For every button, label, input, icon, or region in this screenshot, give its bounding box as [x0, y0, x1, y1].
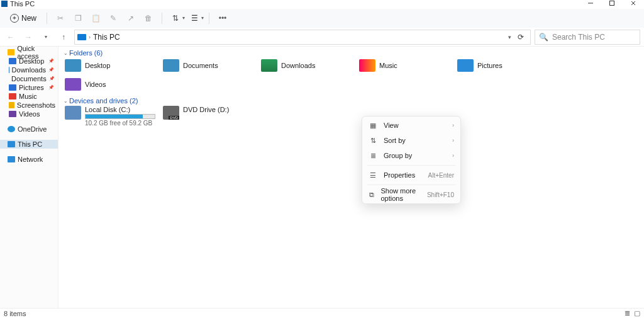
copy-icon[interactable]: ❐ — [70, 10, 86, 26]
address-bar[interactable]: › This PC ▾ ⟳ — [74, 30, 531, 45]
videos-icon — [9, 111, 16, 117]
shortcut-label: Alt+Enter — [428, 172, 454, 179]
recent-dropdown[interactable]: ▾ — [39, 30, 53, 44]
address-location: This PC — [93, 33, 120, 42]
sort-icon: ⇅ — [369, 136, 377, 145]
refresh-button[interactable]: ⟳ — [514, 33, 528, 42]
sidebar-thispc[interactable]: This PC — [0, 140, 58, 149]
folder-icon — [9, 102, 14, 108]
chevron-right-icon: › — [452, 122, 454, 128]
folder-desktop[interactable]: Desktop — [65, 58, 159, 73]
drive-name: DVD Drive (D:) — [183, 106, 229, 113]
pin-icon: 📌 — [48, 59, 55, 64]
ctx-properties[interactable]: ☰PropertiesAlt+Enter — [362, 168, 460, 183]
ctx-sort[interactable]: ⇅Sort by› — [362, 133, 460, 148]
desktop-icon — [9, 58, 16, 64]
pc-icon — [8, 141, 15, 147]
folder-videos[interactable]: Videos — [65, 77, 159, 92]
sidebar-quick-access[interactable]: Quick access — [0, 48, 58, 57]
folder-pictures[interactable]: Pictures — [457, 58, 552, 73]
folders-grid: Desktop Documents Downloads Music Pictur… — [58, 58, 644, 96]
sidebar-item-videos[interactable]: Videos — [0, 110, 58, 118]
chevron-right-icon: › — [452, 152, 454, 159]
up-button[interactable]: ↑ — [57, 30, 70, 44]
title-bar: This PC — [0, 0, 644, 9]
drives-grid: Local Disk (C:) 10.2 GB free of 59.2 GB … — [58, 106, 644, 127]
network-icon — [8, 156, 15, 162]
disk-icon — [65, 106, 81, 120]
chevron-down-icon: ⌄ — [64, 98, 68, 104]
pictures-icon — [9, 84, 16, 91]
folder-downloads[interactable]: Downloads — [261, 58, 355, 73]
ctx-group[interactable]: ≣Group by› — [362, 148, 460, 163]
separator — [209, 13, 209, 24]
new-label: New — [21, 14, 36, 23]
onedrive-icon — [8, 126, 15, 132]
separator — [47, 13, 47, 24]
separator — [367, 165, 455, 166]
search-placeholder: Search This PC — [552, 33, 605, 42]
window-controls — [580, 0, 644, 9]
sidebar-network[interactable]: Network — [0, 155, 58, 164]
sidebar-item-documents[interactable]: Documents📌 — [0, 74, 58, 83]
ctx-view[interactable]: ▦View› — [362, 118, 460, 133]
capacity-bar — [85, 114, 155, 119]
search-input[interactable]: 🔍 Search This PC — [535, 30, 640, 45]
cut-icon[interactable]: ✂ — [52, 10, 69, 26]
pc-icon — [77, 34, 86, 40]
chevron-down-icon: ⌄ — [64, 50, 68, 56]
back-button[interactable]: ← — [4, 30, 18, 44]
drive-free-text: 10.2 GB free of 59.2 GB — [85, 120, 155, 127]
downloads-icon — [261, 59, 277, 72]
drive-local-c[interactable]: Local Disk (C:) 10.2 GB free of 59.2 GB — [65, 106, 159, 127]
capacity-fill — [86, 115, 143, 118]
pin-icon: 📌 — [49, 76, 56, 81]
address-dropdown-icon[interactable]: ▾ — [508, 34, 511, 40]
maximize-button[interactable] — [601, 0, 623, 9]
more-icon: ⧉ — [369, 190, 374, 199]
new-button[interactable]: + New — [5, 12, 42, 25]
minimize-button[interactable] — [580, 0, 601, 9]
forward-button[interactable]: → — [21, 30, 35, 44]
drives-header[interactable]: ⌄Devices and drives (2) — [58, 96, 644, 106]
plus-icon: + — [10, 14, 19, 23]
sidebar-item-music[interactable]: Music — [0, 92, 58, 101]
folder-music[interactable]: Music — [359, 58, 453, 73]
rename-icon[interactable]: ✎ — [105, 10, 121, 26]
sidebar-item-pictures[interactable]: Pictures📌 — [0, 83, 58, 92]
toolbar: + New ✂ ❐ 📋 ✎ ↗ 🗑 ⇅▾ ☰▾ ••• — [0, 9, 644, 28]
separator — [367, 185, 455, 185]
sidebar: Quick access Desktop📌 Downloads📌 Documen… — [0, 47, 58, 308]
music-icon — [9, 93, 16, 99]
drive-dvd-d[interactable]: DVD Drive (D:) — [163, 106, 257, 127]
ctx-more-options[interactable]: ⧉Show more optionsShift+F10 — [362, 187, 460, 202]
separator — [162, 13, 162, 24]
body: Quick access Desktop📌 Downloads📌 Documen… — [0, 47, 644, 308]
content-area[interactable]: ⌄Folders (6) Desktop Documents Downloads… — [58, 47, 644, 308]
details-view-button[interactable]: ≣ — [625, 309, 630, 317]
more-icon[interactable]: ••• — [214, 10, 231, 26]
downloads-icon — [9, 67, 9, 73]
status-items: 8 items — [4, 310, 26, 317]
delete-icon[interactable]: 🗑 — [140, 10, 157, 26]
sidebar-item-downloads[interactable]: Downloads📌 — [0, 65, 58, 74]
paste-icon[interactable]: 📋 — [87, 10, 104, 26]
properties-icon: ☰ — [369, 171, 377, 179]
chevron-right-icon: › — [452, 137, 454, 144]
folders-header[interactable]: ⌄Folders (6) — [58, 48, 644, 58]
sidebar-item-screenshots[interactable]: Screenshots — [0, 101, 58, 110]
share-icon[interactable]: ↗ — [123, 10, 139, 26]
context-menu: ▦View› ⇅Sort by› ≣Group by› ☰PropertiesA… — [362, 116, 461, 204]
music-icon — [359, 59, 375, 72]
sort-icon[interactable]: ⇅ — [167, 10, 184, 26]
sidebar-item-desktop[interactable]: Desktop📌 — [0, 57, 58, 65]
dvd-icon — [163, 106, 179, 120]
sidebar-onedrive[interactable]: OneDrive — [0, 125, 58, 133]
folder-documents[interactable]: Documents — [163, 58, 257, 73]
view-icon[interactable]: ☰ — [186, 10, 203, 26]
pin-icon: 📌 — [48, 67, 55, 72]
thumbnails-view-button[interactable]: ▢ — [634, 309, 640, 317]
app-icon — [1, 1, 8, 7]
shortcut-label: Shift+F10 — [427, 191, 454, 198]
close-button[interactable] — [623, 0, 644, 9]
